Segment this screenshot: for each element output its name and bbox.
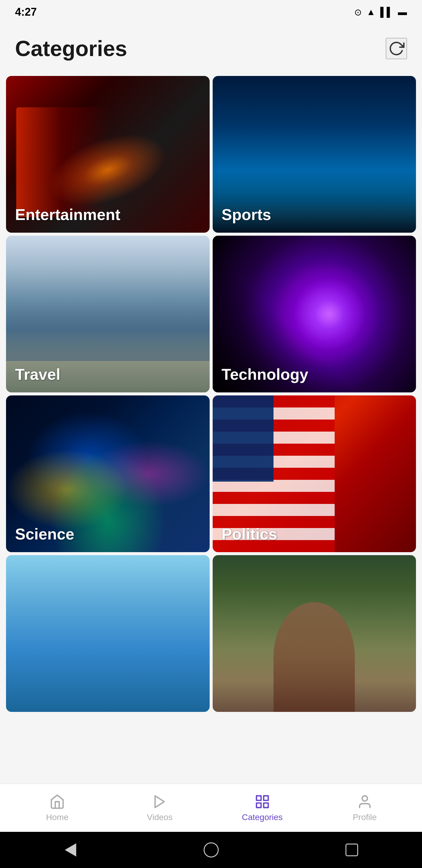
status-time: 4:27: [15, 6, 37, 19]
category-card-science[interactable]: Science: [6, 396, 209, 552]
android-navigation-bar: [0, 832, 422, 868]
category-card-sports[interactable]: Sports: [213, 76, 416, 233]
page-title: Categories: [15, 36, 127, 61]
svg-rect-1: [256, 796, 261, 800]
recent-icon: [346, 844, 358, 856]
categories-grid: Entertainment Sports Travel Technology S…: [0, 70, 422, 712]
category-label-sports: Sports: [222, 206, 271, 224]
wifi-icon: ▲: [366, 7, 376, 17]
category-label-technology: Technology: [222, 365, 309, 383]
record-icon: ⊙: [354, 7, 362, 18]
back-icon: [65, 843, 76, 857]
profile-icon: [357, 794, 372, 809]
svg-marker-0: [155, 796, 164, 807]
svg-rect-2: [264, 796, 268, 800]
category-card-8[interactable]: [213, 555, 416, 712]
nav-item-profile[interactable]: Profile: [314, 784, 416, 832]
nav-label-videos: Videos: [147, 812, 172, 822]
svg-rect-3: [264, 803, 268, 807]
nav-item-home[interactable]: Home: [6, 784, 108, 832]
category-bg-8: [213, 555, 416, 712]
category-card-travel[interactable]: Travel: [6, 236, 209, 393]
page-header: Categories: [0, 24, 422, 70]
home-icon: [50, 794, 65, 809]
nav-label-home: Home: [46, 812, 69, 822]
categories-icon: [255, 794, 270, 809]
category-card-technology[interactable]: Technology: [213, 236, 416, 393]
nav-item-categories[interactable]: Categories: [211, 784, 314, 832]
nav-label-profile: Profile: [353, 812, 377, 822]
nav-item-videos[interactable]: Videos: [108, 784, 211, 832]
svg-rect-4: [256, 803, 261, 807]
category-label-science: Science: [15, 525, 74, 543]
signal-icon: ▌▌: [380, 7, 393, 17]
android-back-button[interactable]: [61, 841, 79, 859]
bottom-navigation: Home Videos Categories Profile: [0, 784, 422, 832]
category-card-7[interactable]: [6, 555, 209, 712]
nav-label-categories: Categories: [242, 812, 283, 822]
status-bar: 4:27 ⊙ ▲ ▌▌ ▬: [0, 0, 422, 24]
home-circle-icon: [204, 842, 219, 858]
refresh-button[interactable]: [386, 38, 407, 59]
category-label-travel: Travel: [15, 365, 60, 383]
battery-icon: ▬: [398, 7, 407, 17]
android-recent-button[interactable]: [343, 841, 361, 859]
category-label-politics: Politics: [222, 525, 278, 543]
category-bg-7: [6, 555, 209, 712]
videos-icon: [152, 794, 167, 809]
refresh-icon: [388, 40, 404, 57]
category-card-entertainment[interactable]: Entertainment: [6, 76, 209, 233]
android-home-button[interactable]: [202, 841, 220, 859]
status-icons: ⊙ ▲ ▌▌ ▬: [354, 7, 407, 18]
category-card-politics[interactable]: Politics: [213, 396, 416, 552]
svg-point-5: [362, 796, 367, 801]
category-label-entertainment: Entertainment: [15, 206, 121, 224]
